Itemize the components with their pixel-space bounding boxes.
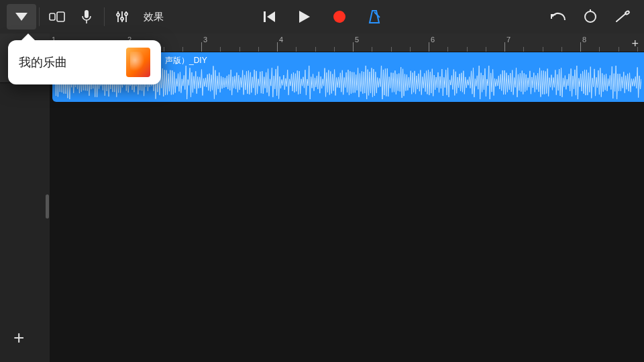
svg-rect-11 [264, 11, 266, 22]
svg-marker-0 [15, 13, 28, 21]
loop-button[interactable] [576, 4, 605, 29]
toolbar: 效果 [0, 0, 644, 34]
svg-rect-3 [85, 10, 89, 18]
popover-title: 我的乐曲 [19, 54, 126, 70]
toolbar-right [543, 4, 637, 29]
menu-button[interactable] [7, 4, 36, 29]
settings-button[interactable] [608, 4, 637, 29]
arrangement-area[interactable]: 声版）_DIY [50, 52, 644, 362]
undo-button[interactable] [543, 4, 573, 29]
transport-controls [255, 4, 389, 29]
svg-rect-1 [50, 13, 55, 20]
svg-point-17 [625, 11, 629, 15]
song-popover[interactable]: 我的乐曲 [8, 40, 161, 84]
svg-rect-2 [57, 12, 64, 21]
garageband-doc-icon [126, 48, 150, 77]
play-button[interactable] [290, 4, 319, 29]
svg-point-10 [125, 13, 127, 15]
svg-point-6 [117, 13, 119, 16]
svg-point-16 [585, 11, 596, 22]
effects-button[interactable]: 效果 [137, 11, 170, 23]
scrollbar-thumb[interactable] [46, 194, 49, 219]
add-track-button[interactable]: + [13, 327, 24, 349]
microphone-button[interactable] [72, 4, 101, 29]
svg-marker-13 [299, 11, 310, 23]
tracks-view-button[interactable] [42, 4, 72, 29]
svg-point-8 [121, 17, 123, 20]
separator [104, 7, 105, 26]
record-button[interactable] [325, 4, 354, 29]
svg-point-14 [333, 11, 345, 23]
rewind-button[interactable] [255, 4, 284, 29]
separator [39, 7, 40, 26]
mixer-button[interactable] [107, 4, 137, 29]
add-section-button[interactable]: + [631, 37, 639, 51]
svg-marker-12 [267, 11, 275, 22]
metronome-button[interactable] [360, 4, 389, 29]
